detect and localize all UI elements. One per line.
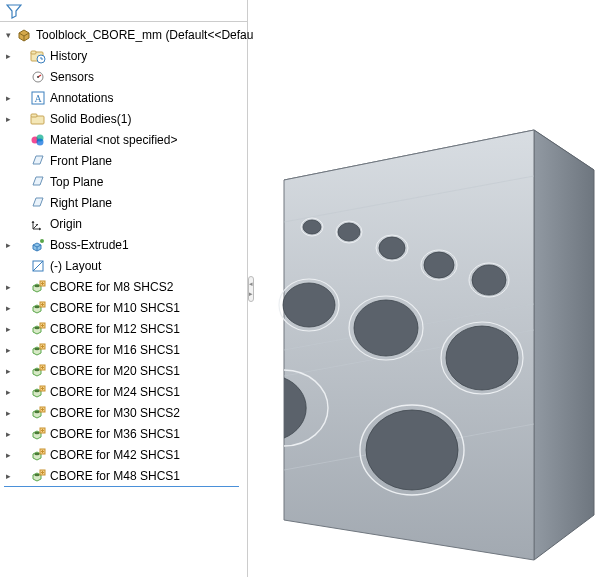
tree-item-label: CBORE for M30 SHCS2 <box>50 402 180 423</box>
svg-point-16 <box>34 305 39 308</box>
svg-text:A: A <box>34 93 42 104</box>
hole-wizard-icon <box>30 405 46 421</box>
svg-point-28 <box>34 431 39 434</box>
hole-wizard-icon <box>30 342 46 358</box>
svg-point-43 <box>379 237 405 259</box>
tree-item[interactable]: Right Plane <box>0 192 247 213</box>
tree-item[interactable]: (-) Layout <box>0 255 247 276</box>
folder-icon <box>30 111 46 127</box>
filter-icon[interactable] <box>6 3 22 19</box>
tree-item[interactable]: ▸CBORE for M12 SHCS1 <box>0 318 247 339</box>
chevron-right-icon[interactable]: ▸ <box>2 449 14 461</box>
tree-item-label: CBORE for M36 SHCS1 <box>50 423 180 444</box>
chevron-right-icon[interactable]: ▸ <box>2 365 14 377</box>
plane-icon <box>30 195 46 211</box>
hole-wizard-icon <box>30 384 46 400</box>
tree-item[interactable]: ▸CBORE for M20 SHCS1 <box>0 360 247 381</box>
svg-point-52 <box>354 300 418 356</box>
tree-item[interactable]: ▸History <box>0 45 247 66</box>
chevron-right-icon[interactable]: ▸ <box>2 323 14 335</box>
sensor-icon <box>30 69 46 85</box>
tree-item[interactable]: ▸CBORE for M10 SHCS1 <box>0 297 247 318</box>
svg-point-45 <box>472 265 506 295</box>
tree-item[interactable]: ▸AAnnotations <box>0 87 247 108</box>
tree-root-label: Toolblock_CBORE_mm (Default<<Defau <box>36 24 253 45</box>
chevron-right-icon[interactable]: ▸ <box>2 50 14 62</box>
chevron-right-icon[interactable]: ▸ <box>2 281 14 293</box>
tree-item[interactable]: ▸CBORE for M8 SHCS2 <box>0 276 247 297</box>
chevron-right-icon[interactable]: ▸ <box>2 386 14 398</box>
tree-item-label: Sensors <box>50 66 94 87</box>
graphics-viewport[interactable] <box>254 0 613 577</box>
tree-item-label: History <box>50 45 87 66</box>
tree-item-label: Front Plane <box>50 150 112 171</box>
svg-point-18 <box>34 326 39 329</box>
tree-item-label: Right Plane <box>50 192 112 213</box>
hole-wizard-icon <box>30 321 46 337</box>
chevron-right-icon[interactable]: ▸ <box>2 302 14 314</box>
tree-item-label: (-) Layout <box>50 255 101 276</box>
svg-point-41 <box>303 220 321 234</box>
sketch-icon <box>30 258 46 274</box>
tree-item[interactable]: Front Plane <box>0 150 247 171</box>
tree-item[interactable]: Sensors <box>0 66 247 87</box>
svg-point-53 <box>446 326 518 390</box>
chevron-right-icon[interactable]: ▸ <box>2 428 14 440</box>
tree-item-label: CBORE for M10 SHCS1 <box>50 297 180 318</box>
feature-tree-panel: ▾ Toolblock_CBORE_mm (Default<<Defau ▸Hi… <box>0 0 248 577</box>
tree-item[interactable]: ▸Solid Bodies(1) <box>0 108 247 129</box>
plane-icon <box>30 174 46 190</box>
tree-item-label: Boss-Extrude1 <box>50 234 129 255</box>
tree-item-label: CBORE for M20 SHCS1 <box>50 360 180 381</box>
svg-point-4 <box>37 76 39 78</box>
hole-wizard-icon <box>30 447 46 463</box>
tree-item-label: CBORE for M8 SHCS2 <box>50 276 173 297</box>
svg-point-11 <box>37 138 44 145</box>
tree-toolbar <box>0 0 247 22</box>
tree-item-label: Solid Bodies(1) <box>50 108 131 129</box>
part-icon <box>16 27 32 43</box>
plane-icon <box>30 153 46 169</box>
tree-item[interactable]: ▸CBORE for M42 SHCS1 <box>0 444 247 465</box>
tree-item-label: Origin <box>50 213 82 234</box>
annotation-icon: A <box>30 90 46 106</box>
tree-root[interactable]: ▾ Toolblock_CBORE_mm (Default<<Defau <box>0 24 247 45</box>
tree-item-label: CBORE for M16 SHCS1 <box>50 339 180 360</box>
tree-item[interactable]: ▸CBORE for M48 SHCS1 <box>0 465 247 486</box>
model-preview <box>254 40 613 577</box>
tree-item-label: CBORE for M48 SHCS1 <box>50 465 180 486</box>
tree-item[interactable]: ▸Boss-Extrude1 <box>0 234 247 255</box>
chevron-right-icon[interactable]: ▸ <box>2 92 14 104</box>
hole-wizard-icon <box>30 279 46 295</box>
tree-item-label: Annotations <box>50 87 113 108</box>
svg-point-30 <box>34 452 39 455</box>
boss-extrude-icon <box>30 237 46 253</box>
tree-item-label: CBORE for M42 SHCS1 <box>50 444 180 465</box>
feature-tree: ▾ Toolblock_CBORE_mm (Default<<Defau ▸Hi… <box>0 22 247 487</box>
material-icon <box>30 132 46 148</box>
tree-item[interactable]: ▸CBORE for M36 SHCS1 <box>0 423 247 444</box>
chevron-right-icon[interactable]: ▸ <box>2 344 14 356</box>
svg-point-12 <box>40 239 44 243</box>
chevron-right-icon[interactable]: ▸ <box>2 407 14 419</box>
chevron-right-icon[interactable]: ▸ <box>2 470 14 482</box>
svg-point-32 <box>34 473 39 476</box>
tree-item[interactable]: Origin <box>0 213 247 234</box>
hole-wizard-icon <box>30 300 46 316</box>
tree-item[interactable]: ▸CBORE for M24 SHCS1 <box>0 381 247 402</box>
chevron-down-icon[interactable]: ▾ <box>2 29 14 41</box>
tree-item-label: Material <not specified> <box>50 129 177 150</box>
tree-item-label: CBORE for M24 SHCS1 <box>50 381 180 402</box>
svg-point-51 <box>283 283 335 327</box>
tree-item[interactable]: Material <not specified> <box>0 129 247 150</box>
chevron-right-icon[interactable]: ▸ <box>2 113 14 125</box>
svg-point-24 <box>34 389 39 392</box>
tree-item[interactable]: ▸CBORE for M30 SHCS2 <box>0 402 247 423</box>
chevron-right-icon[interactable]: ▸ <box>2 239 14 251</box>
svg-point-22 <box>34 368 39 371</box>
svg-point-57 <box>366 410 458 490</box>
origin-icon <box>30 216 46 232</box>
tree-item[interactable]: Top Plane <box>0 171 247 192</box>
tree-item[interactable]: ▸CBORE for M16 SHCS1 <box>0 339 247 360</box>
tree-end-marker <box>4 486 239 487</box>
